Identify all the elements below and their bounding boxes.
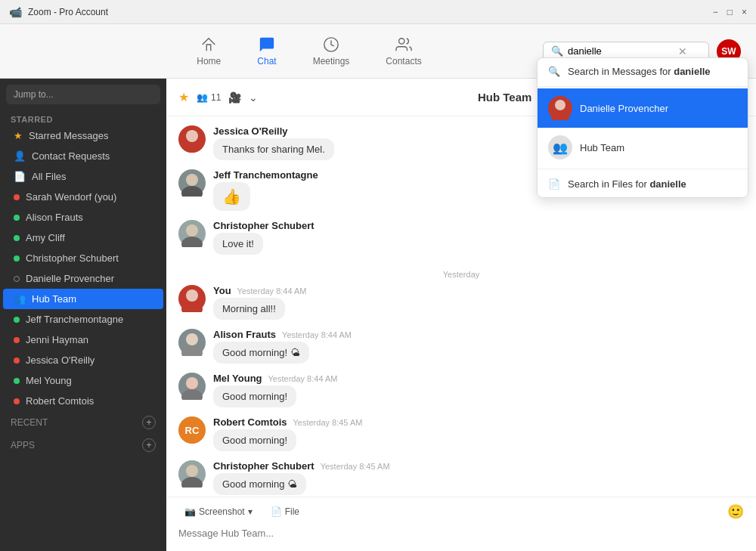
nav-item-meetings[interactable]: Meetings: [295, 30, 368, 73]
screenshot-button[interactable]: 📷 Screenshot ▾: [178, 503, 259, 520]
nav-item-home[interactable]: Home: [178, 30, 239, 73]
minimize-button[interactable]: −: [713, 7, 718, 17]
message-sender: Jessica O'Reilly: [213, 125, 288, 137]
status-dot-green: [14, 235, 20, 241]
svg-point-3: [181, 142, 203, 153]
sidebar-item-alison-frauts[interactable]: Alison Frauts: [3, 207, 163, 228]
message-time: Yesterday 8:45 AM: [293, 418, 363, 427]
date-divider: Yesterday: [178, 270, 744, 279]
more-btn[interactable]: ⌄: [249, 91, 258, 104]
sidebar-item-amy-cliff[interactable]: Amy Cliff: [3, 228, 163, 248]
video-btn[interactable]: 🎥: [228, 91, 241, 104]
apps-add-button[interactable]: +: [142, 438, 156, 452]
sidebar-item-mel-young[interactable]: Mel Young: [3, 370, 163, 391]
svg-point-2: [186, 130, 198, 142]
message-group: You Yesterday 8:44 AM Morning all!!: [178, 285, 744, 320]
search-input[interactable]: [568, 45, 674, 57]
message-sender: Christopher Schubert: [213, 220, 314, 231]
message-bubble: 👍: [213, 182, 250, 211]
chat-input[interactable]: [178, 525, 744, 542]
sidebar-sarah-label: Sarah Wendorf (you): [26, 191, 116, 203]
message-group: Mel Young Yesterday 8:44 AM Good morning…: [178, 373, 744, 407]
message-time: Yesterday 8:44 AM: [237, 286, 307, 296]
sidebar-jessica-label: Jessica O'Reilly: [26, 354, 94, 366]
nav-meetings-label: Meetings: [313, 56, 350, 67]
message-content: Alison Frauts Yesterday 8:44 AM Good mor…: [213, 329, 744, 364]
maximize-button[interactable]: □: [727, 7, 733, 17]
sidebar-item-hub-team[interactable]: 👥 Hub Team: [3, 289, 163, 309]
status-dot-green: [14, 378, 20, 384]
file-label: File: [285, 506, 299, 517]
message-group: Christopher Schubert Love it!: [178, 220, 744, 255]
sidebar-hub-team-label: Hub Team: [32, 293, 76, 305]
sidebar-item-christopher-schubert[interactable]: Christopher Schubert: [3, 248, 163, 268]
emoji-button[interactable]: 🙂: [727, 503, 744, 520]
status-dot-red-mic: [14, 398, 20, 404]
people-icon: 👥: [197, 92, 208, 103]
recent-label: RECENT: [11, 417, 48, 428]
group-icon: 👥: [14, 293, 26, 305]
close-button[interactable]: ×: [742, 7, 747, 17]
search-contact-danielle[interactable]: Danielle Provencher: [538, 88, 748, 128]
message-sender: Jeff Tranchemontagne: [213, 169, 318, 181]
message-content: Christopher Schubert Yesterday 8:45 AM G…: [213, 460, 744, 495]
sidebar-item-sarah-wendorf[interactable]: Sarah Wendorf (you): [3, 187, 163, 207]
search-files-option[interactable]: 📄 Search in Files for danielle: [538, 171, 748, 197]
message-time: Yesterday 8:45 AM: [321, 462, 390, 471]
sidebar-item-starred-messages[interactable]: ★ Starred Messages: [3, 125, 163, 146]
chat-star-icon[interactable]: ★: [178, 90, 189, 104]
sidebar-apps-header: APPS +: [0, 434, 166, 457]
sidebar-item-all-files[interactable]: 📄 All Files: [3, 166, 163, 187]
group-icon: 👥: [548, 135, 572, 159]
sidebar-item-danielle-provencher[interactable]: Danielle Provencher: [3, 268, 163, 289]
file-icon: 📄: [14, 171, 26, 182]
message-content: Mel Young Yesterday 8:44 AM Good morning…: [213, 373, 744, 407]
sidebar-jumpto[interactable]: Jump to...: [6, 85, 160, 104]
nav-items: Home Chat Meetings Contacts: [76, 30, 543, 73]
status-dot-green: [14, 317, 20, 323]
message-group: Christopher Schubert Yesterday 8:45 AM G…: [178, 460, 744, 495]
search-files-text: Search in Files for danielle: [568, 178, 686, 190]
hub-team-name: Hub Team: [580, 142, 624, 153]
sidebar-starred-section: STARRED: [0, 110, 166, 125]
message-bubble: Good morning!: [213, 429, 296, 451]
sidebar-item-contact-requests[interactable]: 👤 Contact Requests: [3, 146, 163, 166]
sidebar-contact-requests-label: Contact Requests: [32, 150, 110, 162]
search-group-hub-team[interactable]: 👥 Hub Team: [538, 128, 748, 167]
file-button[interactable]: 📄 File: [265, 503, 305, 520]
sidebar-robert-label: Robert Comtois: [26, 395, 94, 407]
titlebar-title: Zoom - Pro Account: [28, 7, 713, 17]
search-messages-option[interactable]: 🔍 Search in Messages for danielle: [538, 58, 748, 85]
avatar: [178, 169, 206, 197]
sidebar-item-robert-comtois[interactable]: Robert Comtois: [3, 391, 163, 411]
search-icon: 🔍: [551, 45, 563, 57]
message-header: Alison Frauts Yesterday 8:44 AM: [213, 329, 744, 340]
sidebar: Jump to... STARRED ★ Starred Messages 👤 …: [0, 79, 166, 551]
message-sender: Mel Young: [213, 373, 262, 384]
message-bubble: Good morning!: [213, 385, 296, 407]
sidebar-jeff-label: Jeff Tranchemontagne: [26, 314, 123, 325]
nav-item-contacts[interactable]: Contacts: [367, 30, 439, 73]
message-sender: Christopher Schubert: [213, 460, 314, 472]
sidebar-item-jeff-tranchemontagne[interactable]: Jeff Tranchemontagne: [3, 309, 163, 330]
search-files-bold: danielle: [649, 178, 686, 190]
nav-item-chat[interactable]: Chat: [239, 30, 294, 73]
avatar: [178, 220, 206, 247]
message-header: Christopher Schubert Yesterday 8:45 AM: [213, 460, 744, 472]
avatar: [178, 125, 206, 153]
message-sender: Robert Comtois: [213, 416, 287, 428]
search-clear-icon[interactable]: ✕: [678, 45, 687, 57]
message-sender: You: [213, 285, 231, 296]
members-button[interactable]: 👥 11: [197, 92, 221, 103]
sidebar-item-jessica-oreilly[interactable]: Jessica O'Reilly: [3, 350, 163, 370]
recent-add-button[interactable]: +: [142, 416, 156, 429]
sidebar-starred-label: Starred Messages: [29, 130, 109, 141]
sidebar-item-jenni-hayman[interactable]: Jenni Hayman: [3, 330, 163, 350]
message-header: Robert Comtois Yesterday 8:45 AM: [213, 416, 744, 428]
titlebar: 📹 Zoom - Pro Account − □ ×: [0, 0, 756, 24]
person-square-icon: 👤: [14, 150, 26, 162]
file-icon: 📄: [271, 506, 282, 517]
danielle-avatar: [548, 96, 572, 120]
svg-point-14: [186, 465, 198, 477]
search-messages-bold: danielle: [674, 66, 710, 77]
